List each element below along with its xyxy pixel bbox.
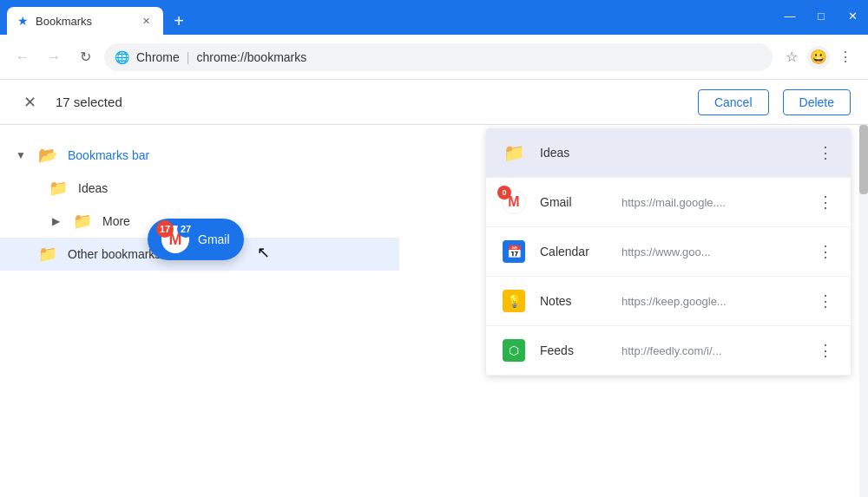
badge-17: 17 bbox=[156, 220, 174, 238]
tab-favicon: ★ bbox=[17, 14, 29, 28]
menu-button[interactable]: ⋮ bbox=[833, 45, 858, 69]
notes-icon: 💡 bbox=[500, 287, 528, 315]
main-content: ▼ 📂 Bookmarks bar 📁 Ideas ▶ 📁 More 📁 Oth… bbox=[0, 125, 868, 497]
gmail-name: Gmail bbox=[540, 195, 609, 209]
scrollbar-thumb[interactable] bbox=[859, 125, 868, 194]
calendar-url: https://www.goo... bbox=[621, 245, 802, 258]
delete-button[interactable]: Delete bbox=[783, 89, 851, 115]
folder-icon: 📁 bbox=[73, 212, 92, 231]
open-folder-icon: 📂 bbox=[38, 146, 57, 165]
dropdown-feeds-item[interactable]: ⬡ Feeds http://feedly.com/i/... ⋮ bbox=[486, 326, 851, 376]
gmail-icon: M 0 bbox=[500, 188, 528, 216]
minimize-button[interactable]: — bbox=[781, 7, 799, 24]
address-right-controls: ☆ 😀 ⋮ bbox=[779, 45, 858, 69]
bookmarks-dropdown: 📁 Ideas ⋮ M 0 Gmail https://mail.google.… bbox=[486, 128, 851, 376]
cursor-icon: ↖ bbox=[257, 243, 270, 262]
gmail-url: https://mail.google.... bbox=[621, 196, 802, 209]
bookmark-star-button[interactable]: ☆ bbox=[779, 45, 804, 69]
address-chrome-label: Chrome bbox=[136, 50, 180, 64]
back-button[interactable]: ← bbox=[10, 45, 35, 69]
folder-icon: 📁 bbox=[38, 245, 57, 264]
close-button[interactable]: ✕ bbox=[844, 7, 861, 24]
feeds-icon: ⬡ bbox=[500, 337, 528, 364]
address-input[interactable]: 🌐 Chrome | chrome://bookmarks bbox=[104, 43, 773, 71]
ideas-folder-item[interactable]: 📁 Ideas bbox=[0, 172, 399, 205]
gmail-more-button[interactable]: ⋮ bbox=[814, 189, 837, 215]
selection-bar: ✕ 17 selected Cancel Delete bbox=[0, 80, 868, 125]
cancel-button[interactable]: Cancel bbox=[698, 89, 769, 115]
feeds-url: http://feedly.com/i/... bbox=[621, 344, 802, 357]
drag-tooltip: M 17 27 Gmail bbox=[148, 219, 244, 260]
folder-icon: 📁 bbox=[500, 139, 528, 167]
more-label: More bbox=[102, 214, 130, 228]
address-bar: ← → ↻ 🌐 Chrome | chrome://bookmarks ☆ 😀 … bbox=[0, 35, 868, 80]
gmail-drag-icon: M 17 27 bbox=[161, 226, 189, 253]
active-tab[interactable]: ★ Bookmarks ✕ bbox=[7, 7, 163, 35]
feeds-name: Feeds bbox=[540, 343, 609, 357]
dropdown-gmail-item[interactable]: M 0 Gmail https://mail.google.... ⋮ bbox=[486, 178, 851, 227]
tab-close-button[interactable]: ✕ bbox=[139, 14, 153, 28]
left-panel: ▼ 📂 Bookmarks bar 📁 Ideas ▶ 📁 More 📁 Oth… bbox=[0, 125, 399, 497]
notes-name: Notes bbox=[540, 294, 609, 308]
selection-close-button[interactable]: ✕ bbox=[17, 90, 42, 114]
maximize-button[interactable]: □ bbox=[812, 7, 830, 24]
calendar-name: Calendar bbox=[540, 245, 609, 258]
notes-url: https://keep.google... bbox=[621, 295, 802, 308]
drag-tooltip-label: Gmail bbox=[198, 232, 230, 246]
dropdown-ideas-item[interactable]: 📁 Ideas ⋮ bbox=[486, 128, 851, 178]
chevron-down-icon: ▼ bbox=[14, 149, 28, 161]
ideas-label: Ideas bbox=[78, 181, 108, 195]
gmail-badge: 0 bbox=[497, 186, 511, 199]
ideas-name: Ideas bbox=[540, 146, 609, 160]
reload-button[interactable]: ↻ bbox=[73, 45, 97, 69]
bookmarks-bar-item[interactable]: ▼ 📂 Bookmarks bar bbox=[0, 139, 399, 172]
folder-icon: 📁 bbox=[49, 179, 68, 198]
dropdown-notes-item[interactable]: 💡 Notes https://keep.google... ⋮ bbox=[486, 277, 851, 326]
forward-button[interactable]: → bbox=[42, 45, 66, 69]
badge-27: 27 bbox=[177, 220, 194, 238]
notes-more-button[interactable]: ⋮ bbox=[814, 288, 837, 314]
tab-title: Bookmarks bbox=[36, 15, 132, 28]
ideas-more-button[interactable]: ⋮ bbox=[814, 140, 837, 166]
address-icon: 🌐 bbox=[115, 50, 129, 64]
feeds-more-button[interactable]: ⋮ bbox=[814, 337, 837, 363]
selection-count: 17 selected bbox=[56, 95, 684, 109]
new-tab-button[interactable]: + bbox=[167, 9, 191, 33]
window-controls: — □ ✕ bbox=[781, 7, 861, 24]
dropdown-calendar-item[interactable]: 📅 Calendar https://www.goo... ⋮ bbox=[486, 227, 851, 277]
other-bookmarks-label: Other bookmarks bbox=[68, 247, 161, 261]
calendar-more-button[interactable]: ⋮ bbox=[814, 239, 837, 265]
profile-avatar[interactable]: 😀 bbox=[807, 46, 830, 69]
title-bar: ★ Bookmarks ✕ + — □ ✕ bbox=[0, 0, 868, 35]
address-separator: | bbox=[187, 50, 190, 64]
calendar-icon: 📅 bbox=[500, 238, 528, 265]
chevron-right-icon: ▶ bbox=[49, 215, 62, 227]
address-url: chrome://bookmarks bbox=[196, 50, 306, 64]
bookmarks-bar-label: Bookmarks bar bbox=[68, 148, 149, 162]
scrollbar-track bbox=[859, 125, 868, 497]
